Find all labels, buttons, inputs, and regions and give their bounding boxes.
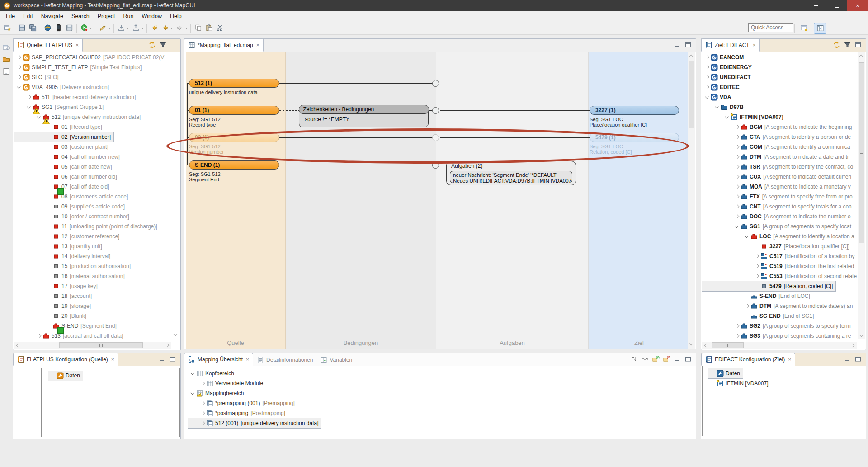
menu-help[interactable]: Help [166,12,186,21]
expand-arrow-icon[interactable] [704,54,711,61]
maximize-view-icon[interactable] [684,41,692,49]
forward-dropdown-icon[interactable] [185,28,188,30]
tree-item-postmapping[interactable]: *postmapping[Postmapping] [188,408,288,418]
tree-item-ftx[interactable]: FTX[A segment to specify free form or pr… [702,192,855,202]
tree-item-doc[interactable]: DOC[A segment to indicate the number o [702,212,854,222]
minimize-view-icon[interactable] [674,355,681,363]
node-512[interactable]: 512 (1) [189,79,279,88]
expand-arrow-icon[interactable] [16,64,23,71]
restore-window-button[interactable] [826,0,847,11]
collapse-all-icon[interactable] [663,355,670,363]
maximize-view-icon[interactable] [169,355,177,363]
close-tab-icon[interactable]: × [788,356,791,363]
tree-item-edienergy[interactable]: EDIENERGY [702,62,755,72]
horizontal-scrollbar[interactable] [702,342,857,349]
close-window-button[interactable]: × [847,0,868,11]
tree-item-slo[interactable]: SLO[SLO] [14,72,61,82]
scroll-right-button[interactable] [850,342,857,349]
expand-arrow-icon[interactable] [734,203,741,210]
tree-item-16[interactable]: 16[material authorisation] [14,271,127,281]
expand-arrow-icon[interactable] [734,213,741,220]
expand-arrow-icon[interactable] [734,332,741,340]
expand-arrow-icon[interactable] [734,193,741,200]
close-tab-icon[interactable]: × [753,42,756,48]
expand-arrow-icon[interactable] [734,173,741,180]
tree-item-sg1[interactable]: SG1[Segment Gruppe 1] [14,102,106,112]
close-tab-icon[interactable]: × [75,42,79,48]
tab-variablen[interactable]: Variablen [316,354,356,366]
mapping-perspective-button[interactable] [814,23,826,34]
minimize-view-icon[interactable] [844,355,851,363]
cut-button[interactable] [214,23,225,33]
back-dropdown-icon[interactable] [170,28,173,30]
tree-item-kopfbereich[interactable]: Kopfbereich [188,368,237,378]
tree-item-17[interactable]: 17[usage key] [14,281,100,291]
tree-item-sg-end[interactable]: SG-END[End of SG1] [702,311,816,321]
tree-item-04[interactable]: 04[call off number new] [14,152,123,162]
collapse-arrow-icon[interactable] [189,390,196,397]
expand-arrow-icon[interactable] [734,143,741,151]
tree-item-08[interactable]: 08[customer's article code] [14,192,131,202]
tab-detailinformationen[interactable]: Detailinformationen [253,354,316,366]
expand-arrow-icon[interactable] [199,380,206,387]
tree-item-daten[interactable]: Daten [48,371,83,381]
tree-item-11[interactable]: 11[unloading point (point of discharge)] [14,222,160,231]
tree-item-513[interactable]: 513[accrual and call off data] [14,331,126,340]
tree-item-verwendete-module[interactable]: Verwendete Module [188,378,266,388]
collapse-arrow-icon[interactable] [744,233,750,240]
condition-box[interactable]: Zeichenketten - Bedingungen source != *E… [299,105,429,127]
tab-flatplus-konfiguration[interactable]: FLATPLUS Konfiguration (Quelle) × [13,353,118,366]
close-tab-icon[interactable]: × [256,42,259,48]
tree-item-unedifact[interactable]: UNEDIFACT [702,72,754,82]
scrollbar-thumb[interactable] [859,62,864,243]
tree-item-10[interactable]: 10[order / contract number] [14,212,132,222]
restore-view-icon[interactable] [2,43,10,51]
expand-arrow-icon[interactable] [26,94,33,101]
tree-item-01[interactable]: 01[Record type] [14,122,105,132]
menu-edit[interactable]: Edit [19,12,37,21]
minimized-outline-icon[interactable] [2,67,10,75]
scroll-up-button[interactable] [688,52,695,59]
scroll-left-button[interactable] [14,342,21,349]
expand-arrow-icon[interactable] [734,133,741,141]
open-per​spective-button[interactable] [798,23,810,33]
save-config-button[interactable] [64,23,75,33]
horizontal-scrollbar[interactable] [14,342,171,349]
scrollbar-thumb[interactable] [59,342,143,348]
filter-icon[interactable] [844,41,851,49]
menu-project[interactable]: Project [94,12,119,21]
expand-arrow-icon[interactable] [199,420,206,427]
node-s-end[interactable]: S-END (1) [189,160,279,170]
collapse-arrow-icon[interactable] [714,104,721,111]
scrollbar-thumb[interactable] [712,342,744,348]
tree-item-sap-pricecatalogue02[interactable]: SAP_PRICECATALOGUE02[SAP IDOC PRICAT 02(… [14,52,167,62]
tasks-box[interactable]: Aufgaben (2) neuer Nachricht: 'Segment E… [446,161,576,185]
tree-item-03[interactable]: 03[customer plant] [14,142,111,152]
tree-item-iftmin-vda007[interactable]: IFTMIN [VDA007] [702,112,786,122]
tree-item-dtm[interactable]: DTM[A segment to indicate date(s) an [702,301,855,311]
tree-item-20[interactable]: 20[Blank] [14,311,89,321]
tree-item-bgm[interactable]: BGM[A segment to indicate the beginning [702,122,854,132]
tree-item-19[interactable]: 19[storage] [14,301,94,311]
node-01[interactable]: 01 (1) [189,106,279,115]
run-dropdown-icon[interactable] [90,28,92,30]
maximize-view-icon[interactable] [854,41,862,49]
mapping-canvas[interactable]: Quelle Bedingungen Aufgaben Ziel 512 (1)… [184,52,695,349]
save-button[interactable] [16,23,27,33]
close-tab-icon[interactable]: × [111,356,114,363]
tree-item-loc[interactable]: LOC[A segment to identify a location a [702,231,857,241]
collapse-arrow-icon[interactable] [724,113,731,121]
expand-arrow-icon[interactable] [744,302,750,310]
tree-item-05[interactable]: 05[call off date new] [14,162,115,172]
scroll-up-button[interactable] [858,52,865,59]
tree-item-iftmin-vda007[interactable]: IFTMIN [VDA007] [708,378,771,388]
tree-item-eancom[interactable]: EANCOM [702,52,746,62]
minimize-view-icon[interactable] [158,355,166,363]
tree-item-cux[interactable]: CUX[A segment to indicate default curren [702,172,854,182]
collapse-arrow-icon[interactable] [704,94,711,101]
new-wizard-dropdown-icon[interactable] [13,28,15,30]
minimize-view-icon[interactable] [674,41,681,49]
tree-item-vda-4905[interactable]: VDA_4905[Delivery instruction] [14,82,112,92]
paste-button[interactable] [203,23,214,33]
tree-item-3227[interactable]: 3227[Place/location qualifier [C]] [702,241,852,251]
